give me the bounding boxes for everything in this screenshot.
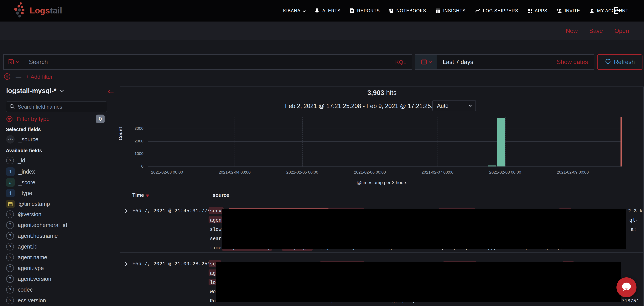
- source-line-end: 71875': [622, 298, 644, 305]
- field-item-codec[interactable]: ?codec: [6, 286, 110, 294]
- new-link[interactable]: New: [566, 27, 578, 34]
- field-item-ecs-version[interactable]: ?ecs.version: [6, 297, 110, 304]
- nav-item-alerts[interactable]: ALERTS: [314, 8, 340, 14]
- gridline-horizontal: [148, 141, 622, 142]
- time-range-end-marker: [620, 117, 622, 166]
- save-link[interactable]: Save: [589, 27, 603, 34]
- chevron-down-icon: [16, 60, 19, 63]
- add-filter-button[interactable]: + Add filter: [26, 74, 52, 80]
- field-search-input[interactable]: [18, 104, 104, 110]
- filter-icon[interactable]: [3, 73, 11, 81]
- x-tick-label: 2021-02-09 00:00: [548, 170, 598, 174]
- report-icon: [349, 8, 355, 14]
- x-tick-label: 2021-02-06 00:00: [345, 170, 395, 174]
- chat-widget-button[interactable]: [616, 277, 636, 297]
- search-icon: [9, 104, 15, 110]
- logstail-logo[interactable]: Logstail: [14, 1, 62, 20]
- field-name: codec: [18, 287, 32, 293]
- nav-item-insights[interactable]: INSIGHTS: [435, 8, 466, 14]
- field-type-unknown-icon: ?: [6, 210, 14, 218]
- x-tick-label: 2021-02-05 00:00: [277, 170, 327, 174]
- column-header-time[interactable]: Time: [132, 192, 149, 198]
- nav-item-kibana[interactable]: KIBANA: [283, 8, 305, 13]
- saved-query-button[interactable]: [3, 54, 23, 70]
- x-tick-label: 2021-02-07 00:00: [412, 170, 462, 174]
- histogram-bar: [488, 165, 496, 166]
- index-pattern-label: logstail-mysql-*: [6, 87, 56, 95]
- expand-row-icon[interactable]: [124, 209, 128, 213]
- y-tick-label: 2000: [122, 139, 144, 143]
- nav-item-reports[interactable]: REPORTS: [349, 8, 380, 14]
- gridline-horizontal: [148, 166, 622, 167]
- expand-row-icon[interactable]: [124, 262, 128, 266]
- date-picker-calendar-button[interactable]: [416, 55, 436, 69]
- field-item--type[interactable]: t_type: [6, 189, 110, 197]
- field-item-agent-name[interactable]: ?agent.name: [6, 254, 110, 261]
- x-tick-label: 2021-02-03 00:00: [142, 170, 192, 174]
- nav-item-label: LOG SHIPPERS: [483, 8, 518, 13]
- field-name: @version: [18, 211, 42, 218]
- table-row[interactable]: Feb 7, 2021 @ 21:45:31.778server.address…: [120, 200, 644, 253]
- filter-count-badge: 0: [96, 115, 104, 123]
- show-dates-button[interactable]: Show dates: [557, 59, 594, 66]
- nav-item-label: INSIGHTS: [443, 8, 466, 13]
- logout-icon[interactable]: [613, 6, 622, 16]
- nav-item-my-account[interactable]: MY ACCOUNT: [589, 8, 628, 14]
- top-nav: Logstail KIBANAALERTSREPORTSNOTEBOOKSINS…: [0, 0, 644, 21]
- field-type-unknown-icon: ?: [6, 157, 14, 164]
- selected-fields-heading: Selected fields: [6, 127, 41, 133]
- nav-item-label: KIBANA: [283, 8, 300, 13]
- query-language-button[interactable]: KQL: [395, 59, 412, 65]
- chevron-down-icon: [60, 88, 64, 92]
- invite-icon: [556, 8, 562, 14]
- row-time: Feb 7, 2021 @ 21:09:28.253: [132, 261, 210, 267]
- collapse-sidebar-icon[interactable]: ⇐: [108, 87, 114, 95]
- index-pattern-selector[interactable]: logstail-mysql-*: [6, 87, 63, 95]
- x-axis-label: @timestamp per 3 hours: [120, 180, 644, 185]
- nav-item-log-shippers[interactable]: LOG SHIPPERS: [474, 8, 518, 14]
- field-item-agent-id[interactable]: ?agent.id: [6, 243, 110, 250]
- field-item-agent-hostname[interactable]: ?agent.hostname: [6, 232, 110, 240]
- filter-by-type-button[interactable]: Filter by type: [6, 115, 50, 123]
- field-item--score[interactable]: #_score: [6, 178, 110, 187]
- refresh-button[interactable]: Refresh: [597, 54, 642, 70]
- table-row[interactable]: Feb 7, 2021 @ 21:09:28.253server: 4.07 b…: [120, 253, 644, 306]
- time-range-value[interactable]: Last 7 days: [436, 59, 557, 66]
- notebook-icon: [389, 8, 394, 14]
- field-item--id[interactable]: ?_id: [6, 157, 110, 164]
- gridline-horizontal: [148, 154, 622, 154]
- open-link[interactable]: Open: [614, 27, 629, 34]
- search-input[interactable]: [23, 59, 395, 66]
- field-item-agent-ephemeral-id[interactable]: ?agent.ephemeral_id: [6, 221, 110, 229]
- y-tick-label: 3000: [122, 126, 144, 131]
- field-item--index[interactable]: t_index: [6, 167, 110, 176]
- field-type-string-icon: t: [6, 167, 15, 176]
- field-item-at-version[interactable]: ?@version: [6, 210, 110, 218]
- column-header-source[interactable]: _source: [210, 192, 229, 198]
- nav-item-label: INVITE: [565, 8, 580, 13]
- interval-select[interactable]: Auto: [432, 100, 476, 111]
- field-item-agent-type[interactable]: ?agent.type: [6, 264, 110, 272]
- nav-item-label: REPORTS: [357, 8, 380, 13]
- x-tick-label: 2021-02-08 00:00: [480, 170, 530, 174]
- field-search: [6, 102, 107, 112]
- chevron-down-icon: [303, 8, 305, 13]
- save-query-icon: [8, 58, 15, 66]
- nav-item-apps[interactable]: APPS: [527, 8, 547, 13]
- apps-icon: [527, 8, 532, 13]
- gridline-horizontal: [148, 129, 622, 129]
- redaction-box: [216, 262, 621, 302]
- field-item-agent-version[interactable]: ?agent.version: [6, 275, 110, 283]
- nav-item-notebooks[interactable]: NOTEBOOKS: [389, 8, 426, 14]
- nav-item-invite[interactable]: INVITE: [556, 8, 580, 14]
- field-type-date-icon: [6, 200, 15, 208]
- source-line-end: ql-: [629, 217, 644, 224]
- y-tick-label: 1000: [122, 151, 144, 156]
- hits-count: 3,903 hits: [120, 89, 644, 97]
- field-item-at-timestamp[interactable]: @timestamp: [6, 200, 110, 208]
- insights-icon: [435, 8, 441, 14]
- field-item--source[interactable]: </>_source: [6, 135, 110, 144]
- date-picker: Last 7 days Show dates: [415, 54, 594, 70]
- gridline-vertical: [505, 117, 506, 166]
- field-type-unknown-icon: ?: [6, 297, 14, 304]
